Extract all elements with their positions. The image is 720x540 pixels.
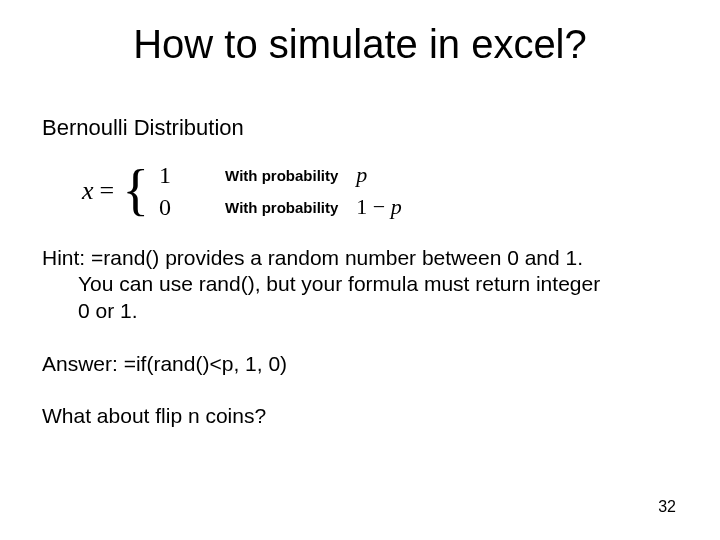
page-number: 32 [658, 498, 676, 516]
answer-text: Answer: =if(rand()<p, 1, 0) [42, 352, 678, 376]
hint-line-1: Hint: =rand() provides a random number b… [42, 246, 583, 269]
equation-variable: x [82, 176, 94, 206]
page-title: How to simulate in excel? [0, 22, 720, 67]
equation-cases: 1 With probability p 0 With probability … [159, 159, 402, 223]
case-1: 1 With probability p [159, 159, 402, 191]
case-2: 0 With probability 1 − p [159, 191, 402, 223]
case-1-prob: p [356, 162, 367, 188]
case-2-value: 0 [159, 194, 185, 221]
followup-question: What about flip n coins? [42, 404, 678, 428]
bernoulli-equation: x = { 1 With probability p 0 With probab… [82, 159, 678, 223]
hint-text: Hint: =rand() provides a random number b… [42, 245, 678, 324]
slide-body: Bernoulli Distribution x = { 1 With prob… [42, 115, 678, 428]
case-2-prob: 1 − p [356, 194, 401, 220]
distribution-name: Bernoulli Distribution [42, 115, 678, 141]
case-2-prob-var: p [391, 194, 402, 219]
case-1-label: With probability [225, 167, 338, 184]
slide: How to simulate in excel? Bernoulli Dist… [0, 0, 720, 540]
case-2-prob-prefix: 1 − [356, 194, 390, 219]
hint-line-2: You can use rand(), but your formula mus… [42, 271, 678, 297]
case-2-label: With probability [225, 199, 338, 216]
left-brace-icon: { [122, 165, 149, 215]
equation-equals: = [100, 176, 115, 206]
hint-line-3: 0 or 1. [42, 298, 678, 324]
case-1-value: 1 [159, 162, 185, 189]
